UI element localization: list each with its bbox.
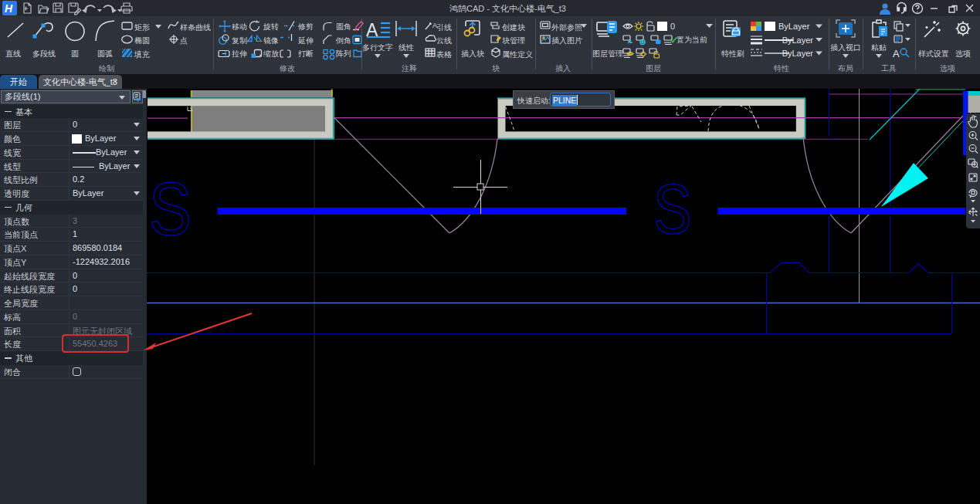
svg-text:ByLayer: ByLayer [778, 22, 810, 31]
svg-text:外部参照: 外部参照 [551, 23, 582, 32]
svg-text:创建块: 创建块 [502, 23, 526, 32]
svg-text:图层: 图层 [646, 64, 661, 73]
svg-text:粘贴: 粘贴 [871, 43, 887, 52]
svg-text:图层管理: 图层管理 [592, 49, 623, 58]
svg-text:插入图片: 插入图片 [551, 36, 582, 45]
svg-text:选项: 选项 [940, 64, 955, 73]
svg-text:直线: 直线 [5, 49, 21, 58]
svg-text:A: A [893, 48, 900, 59]
svg-text:样式设置: 样式设置 [918, 49, 949, 58]
svg-text:ByLayer: ByLayer [782, 49, 814, 58]
svg-text:特性刷: 特性刷 [721, 49, 744, 58]
svg-text:复制: 复制 [232, 36, 247, 45]
svg-text:圆角: 圆角 [336, 22, 351, 31]
svg-text:选项: 选项 [955, 49, 971, 58]
svg-text:置为当前: 置为当前 [677, 36, 707, 44]
svg-text:特性: 特性 [774, 64, 789, 73]
svg-text:表格: 表格 [436, 50, 452, 59]
svg-text:S: S [653, 170, 692, 249]
svg-text:插入块: 插入块 [461, 49, 485, 58]
svg-text:多段线: 多段线 [32, 49, 56, 58]
svg-text:倒角: 倒角 [335, 36, 351, 45]
svg-text:S: S [149, 167, 192, 251]
svg-text:旋转: 旋转 [263, 22, 279, 31]
svg-text:修改: 修改 [279, 64, 295, 73]
svg-text:绘制: 绘制 [99, 64, 114, 73]
svg-text:移动: 移动 [232, 22, 247, 31]
svg-text:圆弧: 圆弧 [97, 49, 113, 58]
svg-text:延伸: 延伸 [297, 36, 314, 45]
svg-text:块: 块 [492, 64, 500, 73]
svg-text:打断: 打断 [298, 49, 314, 58]
svg-text:填充: 填充 [134, 50, 150, 59]
svg-text:缩放: 缩放 [263, 49, 279, 58]
svg-text:云线: 云线 [436, 36, 452, 45]
svg-text:阵列: 阵列 [336, 49, 351, 58]
svg-text:布局: 布局 [837, 64, 853, 73]
svg-text:修剪: 修剪 [297, 22, 314, 31]
svg-text:插入: 插入 [555, 64, 571, 73]
svg-text:插入视口: 插入视口 [830, 43, 861, 52]
svg-text:镜像: 镜像 [263, 36, 279, 45]
svg-text:样条曲线: 样条曲线 [180, 23, 211, 32]
svg-text:属性定义: 属性定义 [502, 50, 533, 59]
svg-text:0: 0 [670, 22, 675, 31]
svg-text:ByLayer: ByLayer [782, 36, 814, 45]
svg-text:线性: 线性 [398, 43, 414, 52]
svg-text:块管理: 块管理 [502, 36, 525, 45]
svg-text:椭圆: 椭圆 [134, 36, 150, 45]
svg-text:矩形: 矩形 [134, 23, 150, 32]
svg-text:拉伸: 拉伸 [232, 49, 247, 58]
svg-text:注释: 注释 [402, 64, 417, 73]
svg-text:点: 点 [180, 36, 188, 45]
svg-text:圆: 圆 [71, 49, 79, 58]
svg-text:多行文字: 多行文字 [362, 43, 393, 52]
svg-text:工具: 工具 [881, 64, 897, 73]
svg-text:H: H [5, 2, 13, 15]
svg-text:引线: 引线 [436, 23, 452, 32]
